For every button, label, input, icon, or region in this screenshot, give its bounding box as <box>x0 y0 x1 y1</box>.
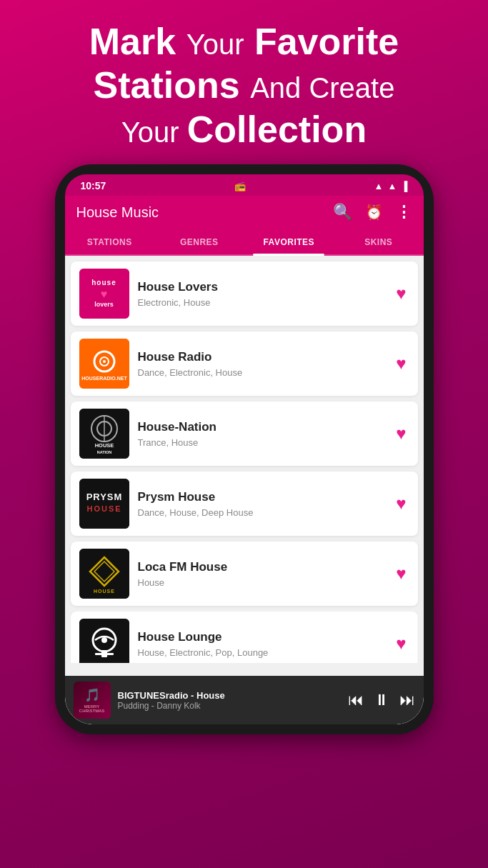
hero-your2: Your <box>121 116 187 148</box>
tab-skins[interactable]: SKINS <box>334 229 424 254</box>
now-playing-thumbnail: 🎵 MERRYCHRISTMAS <box>74 682 111 719</box>
hero-section: Mark Your Favorite Stations And Create Y… <box>61 0 427 164</box>
battery-icon: ▐ <box>401 181 407 191</box>
station-card-house-nation[interactable]: HOUSE NATION House-Nation Trance, House … <box>71 401 418 466</box>
station-info-prysm-house: Prysm House Dance, House, Deep House <box>129 490 394 518</box>
signal-icon: ▲ <box>387 181 397 191</box>
tab-genres[interactable]: GENRES <box>154 229 244 254</box>
svg-point-3 <box>103 360 106 363</box>
station-logo-house-radio: HOUSERADIO.NET <box>79 339 129 389</box>
now-playing-controls: ⏮ ⏸ ⏭ <box>348 691 415 709</box>
svg-rect-0 <box>79 339 129 389</box>
station-name-house-radio: House Radio <box>138 350 385 364</box>
next-button[interactable]: ⏭ <box>399 691 415 709</box>
station-logo-house-nation: HOUSE NATION <box>79 409 129 459</box>
tab-favorites[interactable]: FAVORITES <box>244 229 334 254</box>
app-bar-icons: 🔍 ⏰ ⋮ <box>333 203 412 221</box>
station-card-prysm-house[interactable]: PRYSM HOUSE Prysm House Dance, House, De… <box>71 472 418 536</box>
station-genres-house-nation: Trance, House <box>138 437 385 448</box>
station-genres-house-radio: Dance, Electronic, House <box>138 367 385 378</box>
hero-your: Your <box>186 29 244 60</box>
station-name-loca-fm-house: Loca FM House <box>138 560 385 574</box>
station-info-house-nation: House-Nation Trance, House <box>129 420 394 448</box>
favorite-btn-prysm-house[interactable]: ♥ <box>393 491 409 517</box>
svg-rect-18 <box>79 619 129 669</box>
favorite-btn-house-lounge[interactable]: ♥ <box>393 631 409 657</box>
station-logo-house-lounge <box>79 619 129 669</box>
station-genres-loca-fm-house: House <box>138 577 385 588</box>
station-logo-loca-fm-house: HOUSE <box>79 549 129 599</box>
wifi-icon: ▲ <box>374 181 384 191</box>
station-info-house-lovers: House Lovers Electronic, House <box>129 280 394 308</box>
station-logo-prysm-house: PRYSM HOUSE <box>79 479 129 529</box>
station-info-loca-fm-house: Loca FM House House <box>129 560 394 588</box>
station-card-house-lovers[interactable]: house ♥ lovers House Lovers Electronic, … <box>71 261 418 326</box>
now-playing-subtitle: Pudding - Danny Kolk <box>118 701 341 711</box>
station-genres-house-lounge: House, Electronic, Pop, Lounge <box>138 647 385 658</box>
svg-text:HOUSERADIO.NET: HOUSERADIO.NET <box>81 376 127 381</box>
station-name-house-nation: House-Nation <box>138 420 385 434</box>
station-card-house-radio[interactable]: HOUSERADIO.NET House Radio Dance, Electr… <box>71 331 418 396</box>
more-options-icon[interactable]: ⋮ <box>396 203 412 221</box>
sleep-timer-icon[interactable]: ⏰ <box>365 204 383 221</box>
app-bar: House Music 🔍 ⏰ ⋮ <box>65 196 424 229</box>
station-logo-house-lovers: house ♥ lovers <box>79 269 129 319</box>
pause-button[interactable]: ⏸ <box>374 691 389 709</box>
svg-text:PRYSM: PRYSM <box>86 492 122 502</box>
svg-point-20 <box>101 637 107 643</box>
phone-shell: 10:57 📻 ▲ ▲ ▐ House Music 🔍 ⏰ ⋮ STATIONS… <box>55 164 434 734</box>
hero-stations: Stations <box>94 64 240 106</box>
status-bar: 10:57 📻 ▲ ▲ ▐ <box>65 174 424 196</box>
station-card-loca-fm-house[interactable]: HOUSE Loca FM House House ♥ <box>71 542 418 606</box>
station-name-house-lounge: House Lounge <box>138 630 385 644</box>
app-title: House Music <box>76 204 159 221</box>
favorite-btn-house-lovers[interactable]: ♥ <box>393 281 409 306</box>
status-radio-icon: 📻 <box>234 181 246 191</box>
content-area: house ♥ lovers House Lovers Electronic, … <box>65 256 424 724</box>
prev-button[interactable]: ⏮ <box>348 691 364 709</box>
hero-collection: Collection <box>187 109 367 150</box>
station-info-house-radio: House Radio Dance, Electronic, House <box>129 350 394 378</box>
svg-text:HOUSE: HOUSE <box>86 504 121 513</box>
search-icon[interactable]: 🔍 <box>333 203 352 221</box>
tab-bar: STATIONS GENRES FAVORITES SKINS <box>65 229 424 256</box>
now-playing-bar: 🎵 MERRYCHRISTMAS BIGTUNESradio - House P… <box>65 676 424 724</box>
station-genres-prysm-house: Dance, House, Deep House <box>138 507 385 518</box>
svg-text:NATION: NATION <box>96 450 111 454</box>
station-info-house-lounge: House Lounge House, Electronic, Pop, Lou… <box>129 630 394 658</box>
stations-list: house ♥ lovers House Lovers Electronic, … <box>65 256 424 676</box>
svg-text:HOUSE: HOUSE <box>94 589 115 594</box>
favorite-btn-house-nation[interactable]: ♥ <box>393 421 409 447</box>
station-name-prysm-house: Prysm House <box>138 490 385 504</box>
station-genres-house-lovers: Electronic, House <box>138 297 385 308</box>
svg-text:HOUSE: HOUSE <box>94 442 114 449</box>
status-time: 10:57 <box>81 180 106 191</box>
svg-rect-11 <box>79 479 129 529</box>
status-icons: ▲ ▲ ▐ <box>374 181 408 191</box>
now-playing-info: BIGTUNESradio - House Pudding - Danny Ko… <box>111 690 348 711</box>
station-card-house-lounge[interactable]: House Lounge House, Electronic, Pop, Lou… <box>71 612 418 676</box>
hero-favorite: Favorite <box>254 21 399 62</box>
svg-rect-22 <box>95 653 114 655</box>
hero-and-create: And Create <box>250 72 394 104</box>
favorite-btn-house-radio[interactable]: ♥ <box>393 351 409 376</box>
station-name-house-lovers: House Lovers <box>138 280 385 294</box>
favorite-btn-loca-fm-house[interactable]: ♥ <box>393 561 409 587</box>
hero-mark: Mark <box>89 21 176 62</box>
tab-stations[interactable]: STATIONS <box>65 229 155 254</box>
now-playing-title: BIGTUNESradio - House <box>118 690 341 701</box>
